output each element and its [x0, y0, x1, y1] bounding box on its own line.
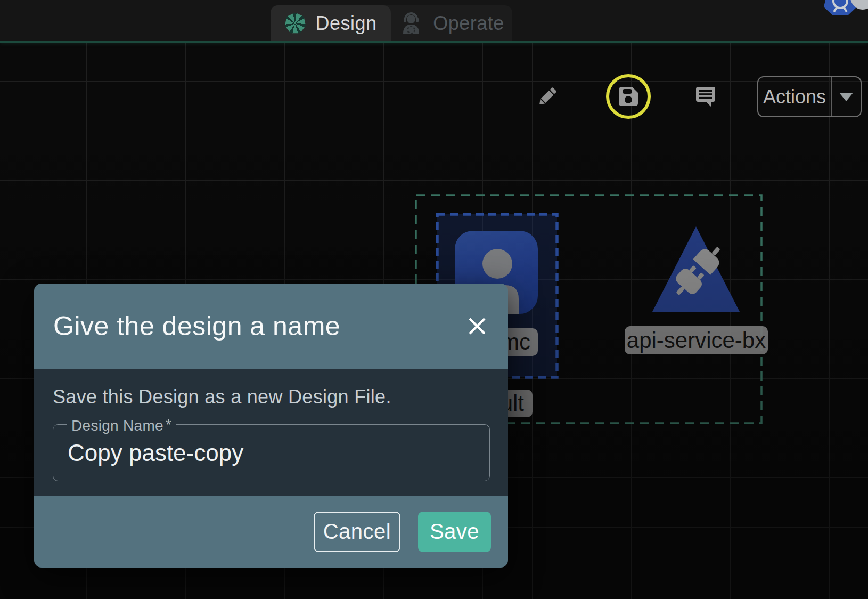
actions-dropdown-button[interactable]: [832, 77, 861, 116]
design-name-field: Design Name*: [53, 424, 490, 481]
api-service-label: api-service-bx: [625, 326, 768, 354]
design-name-label-text: Design Name: [71, 417, 163, 434]
close-icon: [467, 316, 487, 336]
tab-operate[interactable]: Operate: [391, 5, 512, 41]
dialog-description: Save this Design as a new Design File.: [53, 386, 490, 408]
design-name-label: Design Name*: [67, 416, 176, 434]
comment-icon: [693, 84, 718, 109]
save-icon: [616, 84, 641, 109]
tab-operate-label: Operate: [433, 12, 504, 35]
edit-button[interactable]: [536, 85, 559, 108]
tab-design-label: Design: [315, 12, 376, 35]
required-asterisk: *: [163, 416, 171, 433]
tab-design[interactable]: Design: [271, 5, 391, 41]
meshery-logo-icon: [284, 13, 306, 34]
dialog-body: Save this Design as a new Design File. D…: [34, 369, 508, 496]
save-button[interactable]: Save: [418, 512, 491, 552]
operator-headset-icon: [399, 11, 423, 36]
cancel-button[interactable]: Cancel: [314, 512, 400, 552]
actions-split-button[interactable]: Actions: [757, 76, 862, 117]
dialog-footer: Cancel Save: [34, 496, 508, 568]
close-button[interactable]: [464, 313, 490, 339]
actions-button-label: Actions: [763, 86, 826, 108]
api-service-label-text: api-service-bx: [627, 328, 766, 353]
cancel-button-label: Cancel: [323, 520, 391, 544]
chevron-down-icon: [839, 93, 853, 101]
mode-tab-group: Design Operate: [271, 5, 512, 41]
edit-icon: [536, 85, 559, 108]
save-highlight-ring[interactable]: [606, 74, 651, 119]
comment-button[interactable]: [693, 84, 718, 109]
top-navbar: Design Operate: [0, 0, 868, 43]
actions-button[interactable]: Actions: [758, 77, 831, 116]
save-design-dialog: Give the design a name Save this Design …: [34, 284, 508, 568]
api-service-node[interactable]: [650, 224, 742, 314]
dialog-title: Give the design a name: [53, 311, 340, 342]
dialog-header: Give the design a name: [34, 284, 508, 369]
save-button-label: Save: [430, 520, 479, 544]
